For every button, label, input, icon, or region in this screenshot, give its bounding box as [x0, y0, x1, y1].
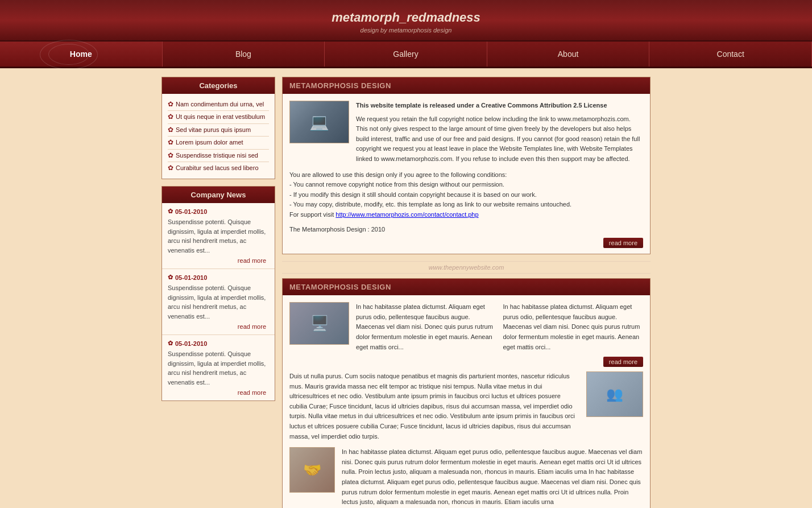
- bullet-icon: ✿: [168, 208, 173, 215]
- site-subtitle: design by metamorphosis design: [0, 27, 812, 34]
- news-item: ✿ 05-01-2010 Suspendisse potenti. Quisqu…: [162, 335, 275, 400]
- bullet-icon: ✿: [168, 274, 173, 281]
- nav-about[interactable]: About: [487, 42, 650, 67]
- nav-blog[interactable]: Blog: [163, 42, 325, 67]
- section1-read-more: read more: [289, 239, 643, 247]
- section2-title: METAMORPHOSIS DESIGN: [283, 279, 650, 295]
- category-link[interactable]: Curabitur sed lacus sed libero: [176, 164, 259, 172]
- news-item: ✿ 05-01-2010 Suspendisse potenti. Quisqu…: [162, 269, 275, 335]
- sidebar: Categories ✿ Nam condimentum dui urna, v…: [161, 77, 275, 508]
- categories-box: Categories ✿ Nam condimentum dui urna, v…: [161, 77, 275, 179]
- section1-title: METAMORPHOSIS DESIGN: [283, 77, 650, 94]
- content-section-1: METAMORPHOSIS DESIGN This website templa…: [282, 77, 651, 254]
- read-more-link[interactable]: read more: [168, 389, 269, 396]
- meeting-image: [587, 372, 643, 416]
- section2-image: [289, 302, 349, 345]
- news-text: Suspendisse potenti. Quisque dignissim, …: [168, 349, 269, 387]
- section1-conditions: You are allowed to use this design only …: [289, 170, 643, 220]
- bullet-icon: ✿: [168, 100, 173, 108]
- read-more-button[interactable]: read more: [603, 238, 643, 248]
- section2-full-row: Duis ut nulla purus. Cum sociis natoque …: [289, 371, 643, 447]
- news-date: ✿ 05-01-2010: [168, 340, 269, 347]
- news-item: ✿ 05-01-2010 Suspendisse potenti. Quisqu…: [162, 203, 275, 269]
- support-link[interactable]: http://www.metamorphozis.com/contact/con…: [335, 211, 478, 218]
- section2-col2-text: In hac habitasse platea dictumst. Aliqua…: [503, 302, 644, 352]
- section2-col1-text: In hac habitasse platea dictumst. Aliqua…: [356, 302, 496, 352]
- laptop2-image: [290, 303, 349, 344]
- section1-intro: This website template is released under …: [289, 101, 643, 164]
- list-item: ✿ Curabitur sed lacus sed libero: [168, 162, 269, 174]
- category-link[interactable]: Lorem ipsum dolor amet: [176, 138, 243, 147]
- news-box: Company News ✿ 05-01-2010 Suspendisse po…: [161, 186, 275, 401]
- section1-closing: The Metamorphosis Design : 2010: [289, 225, 643, 235]
- main-layout: Categories ✿ Nam condimentum dui urna, v…: [161, 77, 651, 508]
- section2-bottom-text: In hac habitasse platea dictumst. Aliqua…: [342, 447, 643, 507]
- section2-full-text: Duis ut nulla purus. Cum sociis natoque …: [289, 371, 579, 441]
- section2-read-more: read more: [289, 358, 643, 366]
- category-link[interactable]: Ut quis neque in erat vestibulum: [176, 113, 265, 121]
- list-item: ✿ Lorem ipsum dolor amet: [168, 137, 269, 149]
- section1-license-text: We request you retain the full copyright…: [356, 114, 643, 164]
- site-title: metamorph_redmadness: [0, 10, 812, 25]
- category-link[interactable]: Suspendisse tristique nisi sed: [176, 151, 258, 160]
- news-text: Suspendisse potenti. Quisque dignissim, …: [168, 217, 269, 255]
- section1-credit: This website template is released under …: [356, 101, 643, 111]
- list-item: ✿ Ut quis neque in erat vestibulum: [168, 111, 269, 123]
- read-more-button-2[interactable]: read more: [603, 357, 643, 367]
- ripple-icon: [34, 37, 102, 71]
- main-nav: Home Blog Gallery About Contact: [0, 42, 812, 68]
- content-section-2: METAMORPHOSIS DESIGN In hac habitasse pl…: [282, 278, 651, 508]
- section1-intro-text: This website template is released under …: [356, 101, 643, 164]
- read-more-link[interactable]: read more: [168, 323, 269, 330]
- category-link[interactable]: Nam condimentum dui urna, vel: [176, 100, 264, 109]
- list-item: ✿ Suspendisse tristique nisi sed: [168, 150, 269, 162]
- category-link[interactable]: Sed vitae purus quis ipsum: [176, 126, 251, 134]
- bullet-icon: ✿: [168, 164, 173, 172]
- bullet-icon: ✿: [168, 126, 173, 134]
- section2-bottom-image: [289, 447, 335, 493]
- nav-contact[interactable]: Contact: [649, 42, 812, 67]
- read-more-link[interactable]: read more: [168, 257, 269, 264]
- list-item: ✿ Nam condimentum dui urna, vel: [168, 98, 269, 111]
- news-date: ✿ 05-01-2010: [168, 274, 269, 281]
- section2-body: In hac habitasse platea dictumst. Aliqua…: [283, 295, 650, 508]
- bullet-icon: ✿: [168, 138, 173, 146]
- news-text: Suspendisse potenti. Quisque dignissim, …: [168, 283, 269, 321]
- nav-gallery[interactable]: Gallery: [325, 42, 487, 67]
- categories-list: ✿ Nam condimentum dui urna, vel ✿ Ut qui…: [162, 94, 275, 179]
- team-image: [290, 448, 334, 492]
- section1-image: [289, 101, 349, 143]
- watermark-bar: www.thepennywebsite.com: [282, 261, 651, 274]
- categories-title: Categories: [162, 77, 275, 94]
- main-content: METAMORPHOSIS DESIGN This website templa…: [282, 77, 651, 508]
- bullet-icon: ✿: [168, 113, 173, 121]
- section2-two-col: In hac habitasse platea dictumst. Aliqua…: [289, 302, 643, 352]
- list-item: ✿ Sed vitae purus quis ipsum: [168, 124, 269, 137]
- section1-body: This website template is released under …: [283, 94, 650, 254]
- section2-bottom: In hac habitasse platea dictumst. Aliqua…: [289, 447, 643, 507]
- section2-side-image: [586, 371, 643, 417]
- news-title: Company News: [162, 187, 275, 203]
- bullet-icon: ✿: [168, 151, 173, 159]
- laptop-image: [290, 101, 349, 143]
- bullet-icon: ✿: [168, 340, 173, 347]
- news-date: ✿ 05-01-2010: [168, 208, 269, 215]
- site-header: metamorph_redmadness design by metamorph…: [0, 0, 812, 42]
- nav-decoration: [11, 42, 125, 67]
